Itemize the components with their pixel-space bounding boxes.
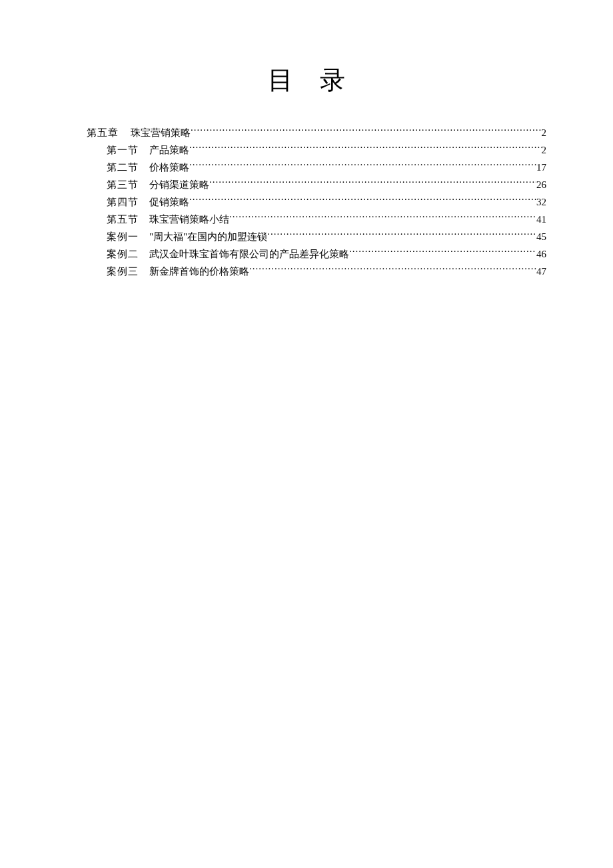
toc-entry: 第一节 产品策略 2 (67, 141, 546, 159)
toc-page: 46 (536, 245, 546, 263)
toc-page: 45 (536, 228, 546, 245)
toc-dots (189, 161, 536, 171)
toc-entry: 第二节 价格策略 17 (67, 159, 546, 176)
toc-dots (209, 178, 536, 188)
toc-text: 珠宝营销策略小结 (149, 211, 229, 228)
toc-prefix: 第三节 (107, 176, 139, 193)
toc-entry: 案例三 新金牌首饰的价格策略 47 (67, 263, 546, 280)
toc-prefix: 案例三 (107, 263, 139, 280)
toc-page: 41 (536, 211, 546, 228)
toc-prefix: 案例一 (107, 228, 139, 245)
toc-entry: 第四节 促销策略 32 (67, 193, 546, 211)
toc-text: 分销渠道策略 (149, 176, 209, 193)
toc-entry: 第五章 珠宝营销策略 2 (67, 124, 546, 141)
toc-text: "周大福"在国内的加盟连锁 (149, 228, 267, 245)
toc-prefix: 第五节 (107, 211, 139, 228)
toc-dots (191, 126, 542, 136)
toc-text: 新金牌首饰的价格策略 (149, 263, 249, 280)
toc-entry: 案例二 武汉金叶珠宝首饰有限公司的产品差异化策略 46 (67, 245, 546, 263)
toc-prefix: 第一节 (107, 141, 139, 159)
toc-dots (249, 265, 536, 275)
toc-prefix: 案例二 (107, 245, 139, 263)
toc-page: 2 (542, 141, 547, 159)
toc-page: 47 (536, 263, 546, 280)
toc-text: 产品策略 (149, 141, 189, 159)
toc-entry: 第五节 珠宝营销策略小结 41 (67, 211, 546, 228)
toc-dots (349, 247, 536, 257)
toc-prefix: 第二节 (107, 159, 139, 176)
toc-page: 2 (542, 124, 547, 141)
toc-text: 促销策略 (149, 193, 189, 211)
toc-prefix: 第五章 (87, 124, 119, 141)
toc-page: 17 (536, 159, 546, 176)
toc-text: 武汉金叶珠宝首饰有限公司的产品差异化策略 (149, 245, 349, 263)
toc-page: 26 (536, 176, 546, 193)
table-of-contents: 第五章 珠宝营销策略 2 第一节 产品策略 2 第二节 价格策略 17 第三节 … (67, 124, 546, 280)
toc-entry: 第三节 分销渠道策略 26 (67, 176, 546, 193)
page-title: 目录 (67, 63, 546, 97)
toc-entry: 案例一 "周大福"在国内的加盟连锁 45 (67, 228, 546, 245)
toc-dots (189, 143, 542, 153)
toc-text: 价格策略 (149, 159, 189, 176)
toc-dots (267, 230, 536, 240)
toc-dots (189, 195, 536, 205)
toc-text: 珠宝营销策略 (131, 124, 191, 141)
toc-prefix: 第四节 (107, 193, 139, 211)
toc-page: 32 (536, 193, 546, 211)
toc-dots (229, 213, 536, 223)
